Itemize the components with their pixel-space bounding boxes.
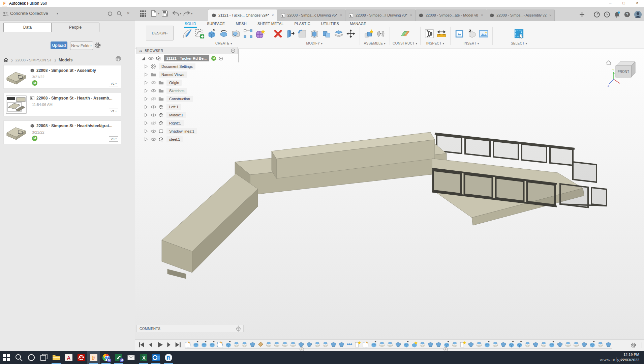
extrude-icon[interactable] <box>206 27 218 41</box>
ribbon-group-label[interactable]: INSPECT ▾ <box>426 41 444 45</box>
timeline-feature-split[interactable] <box>322 341 329 348</box>
timeline-feature-split[interactable] <box>452 341 458 348</box>
viewport-3d[interactable]: FRONT Y Z ◀◀ BROWSER 21121 - Tucker Rd B… <box>135 49 644 339</box>
search-icon[interactable] <box>117 11 122 17</box>
timeline-feature-split[interactable] <box>476 341 482 348</box>
new-component-icon[interactable] <box>363 27 375 41</box>
create-sketch-icon[interactable] <box>181 27 193 41</box>
timeline-resize-handle[interactable] <box>640 342 642 348</box>
timeline-feature-pattern[interactable] <box>346 341 353 348</box>
show-desktop-button[interactable] <box>642 351 644 364</box>
browser-node-shadow-lines-1[interactable]: Shadow lines:1 <box>136 127 238 135</box>
ribbon-group-label[interactable]: MODIFY ▾ <box>306 41 323 45</box>
team-name[interactable]: Concrete Collective <box>10 11 48 16</box>
node-label[interactable]: Sketches <box>166 88 187 94</box>
close-tab-icon[interactable]: × <box>340 13 342 17</box>
timeline-feature-sketch[interactable] <box>363 341 369 348</box>
design-workspace-dropdown[interactable]: DESIGN ▾ <box>146 26 174 40</box>
taskbar-fusion-360[interactable]: F <box>87 351 100 364</box>
taskbar-teams[interactable]: M <box>112 351 125 364</box>
view-cube[interactable]: FRONT Y Z <box>604 58 639 89</box>
timeline-settings-gear-icon[interactable] <box>631 342 637 348</box>
timeline-feature-split[interactable] <box>492 341 498 348</box>
browser-node-steel-1[interactable]: steel:1 <box>136 135 238 143</box>
gauge-icon[interactable] <box>593 11 600 18</box>
collapsed-triangle-icon[interactable] <box>144 121 148 125</box>
taskbar-cortana[interactable] <box>25 351 37 364</box>
timeline-feature-split[interactable] <box>290 341 296 348</box>
browser-collapse-icon[interactable] <box>231 49 235 53</box>
ribbon-group-label[interactable]: CONSTRUCT ▾ <box>393 41 418 45</box>
delete-icon[interactable] <box>272 27 284 41</box>
browser-node-left-1[interactable]: Left:1 <box>136 103 238 111</box>
timeline-feature-extrude[interactable] <box>403 341 409 348</box>
timeline-feature-extrude[interactable] <box>209 341 215 348</box>
press-pull-icon[interactable] <box>284 27 296 41</box>
app-grid-icon[interactable] <box>139 10 147 17</box>
timeline-feature-move[interactable] <box>395 341 401 348</box>
system-tray-clock[interactable]: 12:19 PM 22/03/2022 <box>621 352 639 363</box>
collapsed-triangle-icon[interactable] <box>144 113 148 117</box>
visibility-eye-icon[interactable] <box>151 89 156 93</box>
upload-button[interactable]: Upload <box>51 41 67 49</box>
team-chevron-down-icon[interactable]: ▾ <box>57 12 58 15</box>
data-panel-tab-people[interactable]: People <box>51 23 99 32</box>
timeline-feature-move[interactable] <box>427 341 434 348</box>
timeline-feature-extrude[interactable] <box>508 341 515 348</box>
version-dropdown[interactable]: V8▾ <box>109 136 118 142</box>
ribbon-group-label[interactable]: CREATE ▾ <box>215 41 232 45</box>
collapsed-triangle-icon[interactable] <box>144 97 148 101</box>
timeline-feature-move[interactable] <box>468 341 474 348</box>
comments-bar[interactable]: COMMENTS <box>136 325 244 332</box>
node-label[interactable]: steel:1 <box>166 136 183 142</box>
document-tab[interactable]: 22008 - Simpso...ate - Model v8 × <box>416 9 486 21</box>
timeline-feature-doc-star[interactable] <box>460 341 466 348</box>
combine-icon[interactable] <box>320 27 333 41</box>
visibility-eye-icon[interactable] <box>151 105 156 109</box>
globe-icon[interactable] <box>115 56 121 62</box>
chevron-down-icon[interactable]: ▾ <box>191 12 192 15</box>
ribbon-group-label[interactable]: SELECT ▾ <box>511 41 527 45</box>
breadcrumb-project[interactable]: 22008 - SIMPSON ST <box>15 58 52 62</box>
visibility-eye-icon[interactable] <box>151 129 156 133</box>
insert-mesh-icon[interactable] <box>465 27 478 41</box>
chevron-down-icon[interactable]: ▾ <box>180 12 181 15</box>
breadcrumb-folder[interactable]: Models <box>59 58 72 62</box>
browser-node-origin[interactable]: Origin <box>136 79 238 87</box>
node-label[interactable]: Shadow lines:1 <box>166 128 197 134</box>
fillet-icon[interactable] <box>296 27 308 41</box>
timeline-feature-split[interactable] <box>541 341 547 348</box>
timeline-feature-move[interactable] <box>435 341 442 348</box>
undo-icon[interactable] <box>172 10 179 17</box>
redo-icon[interactable] <box>183 10 190 17</box>
ribbon-group-label[interactable]: INSERT ▾ <box>463 41 479 45</box>
play-button[interactable] <box>156 341 163 348</box>
hole-icon[interactable] <box>230 27 242 41</box>
add-tab-icon[interactable] <box>579 11 585 18</box>
taskbar-search[interactable] <box>12 351 25 364</box>
notification-bell-icon[interactable] <box>614 11 620 18</box>
ribbon-group-label[interactable]: ASSEMBLE ▾ <box>364 41 386 45</box>
taskbar-excel[interactable]: X <box>137 351 150 364</box>
timeline-feature-split[interactable] <box>379 341 385 348</box>
section-analysis-icon[interactable] <box>435 27 448 41</box>
timeline-feature-split[interactable] <box>524 341 531 348</box>
browser-node-construction[interactable]: Construction <box>136 95 238 103</box>
comments-resize-handle[interactable] <box>238 326 240 332</box>
visibility-eye-icon[interactable] <box>151 121 156 125</box>
collapse-left-icon[interactable]: ◀◀ <box>139 50 142 52</box>
file-card[interactable]: 22008 - Simpson St - Assembly 3/21/22 M … <box>3 65 121 89</box>
timeline-feature-star-extrude[interactable] <box>411 341 418 348</box>
collapsed-triangle-icon[interactable] <box>144 89 148 93</box>
taskbar-revit[interactable]: R <box>162 351 175 364</box>
create-form-icon[interactable] <box>193 27 206 41</box>
revolve-icon[interactable] <box>218 27 230 41</box>
node-label[interactable]: Middle:1 <box>166 112 186 118</box>
timeline-feature-extrude[interactable] <box>201 341 207 348</box>
rectangular-pattern-icon[interactable] <box>242 27 254 41</box>
document-tab[interactable]: 22008 - Simpso...ll Drawing v3* × <box>345 9 416 21</box>
root-node-label[interactable]: 21121 - Tucker Rd Be... <box>164 55 209 61</box>
timeline-feature-hole[interactable] <box>257 341 264 348</box>
timeline-feature-sketch[interactable] <box>185 341 191 348</box>
taskbar-outlook[interactable] <box>150 351 162 364</box>
